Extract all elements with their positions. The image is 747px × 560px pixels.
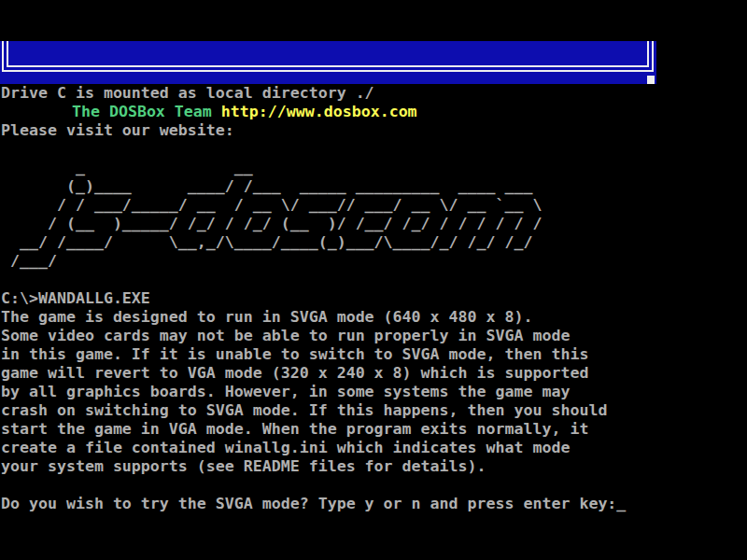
svga-prompt-line[interactable]: Do you wish to try the SVGA mode? Type y… [1,495,626,513]
blank-line [1,103,626,121]
game-info-line: create a file contained winallg.ini whic… [1,439,626,457]
website-invite-line: Please visit our website: [1,121,626,140]
ascii-art-line: __/ /____/ \__,_/\____/____(_)___/\____/… [1,233,626,252]
ascii-art-line: _ __ [1,159,626,177]
mount-status-line: Drive C is mounted as local directory ./ [1,84,626,103]
ascii-art-line: / (__ )_____/ /_/ / /_/ (__ )/ /__/ /_/ … [1,215,626,233]
welcome-banner-corner [647,76,655,84]
ascii-art-line: (_)____ ____/ /___ _____ _________ ____ … [1,177,626,196]
game-info-line: crash on switching to SVGA mode. If this… [1,401,626,420]
ascii-art-line: / / ___/_____/ __ / __ \/ ___// ___/ __ … [1,196,626,215]
text-cursor: _ [616,495,626,512]
welcome-banner-border [2,41,654,72]
blank-line [1,140,626,159]
blank-line [1,271,626,289]
console-output: Drive C is mounted as local directory ./… [1,84,626,513]
ascii-art-line: /___/ [1,252,626,271]
blank-line [1,476,626,495]
command-line: C:\>WANDALLG.EXE [1,289,626,308]
svga-question-text: Do you wish to try the SVGA mode? Type y… [1,495,616,512]
game-info-line: in this game. If it is unable to switch … [1,345,626,364]
game-info-line: Some video cards may not be able to run … [1,327,626,345]
game-info-line: game will revert to VGA mode (320 x 240 … [1,364,626,383]
game-info-line: start the game in VGA mode. When the pro… [1,420,626,439]
game-info-line: The game is designed to run in SVGA mode… [1,308,626,327]
game-info-line: your system supports (see README files f… [1,457,626,476]
game-info-line: by all graphics boards. However, in some… [1,383,626,401]
dosbox-screen[interactable]: The DOSBox Team http://www.dosbox.com Dr… [0,0,747,560]
